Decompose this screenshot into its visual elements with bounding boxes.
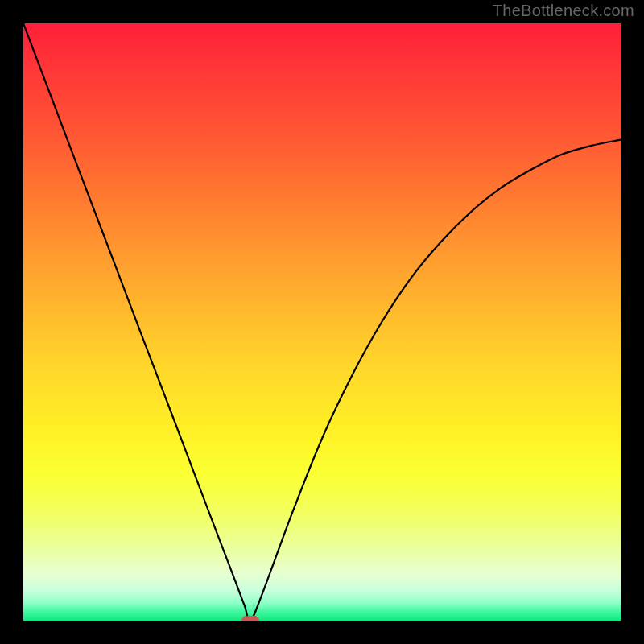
balance-marker	[242, 616, 259, 621]
watermark-label: TheBottleneck.com	[493, 2, 634, 20]
plot-area	[23, 23, 621, 621]
curve-path	[23, 23, 621, 621]
chart-frame: TheBottleneck.com	[0, 0, 644, 644]
bottleneck-curve	[23, 23, 621, 621]
